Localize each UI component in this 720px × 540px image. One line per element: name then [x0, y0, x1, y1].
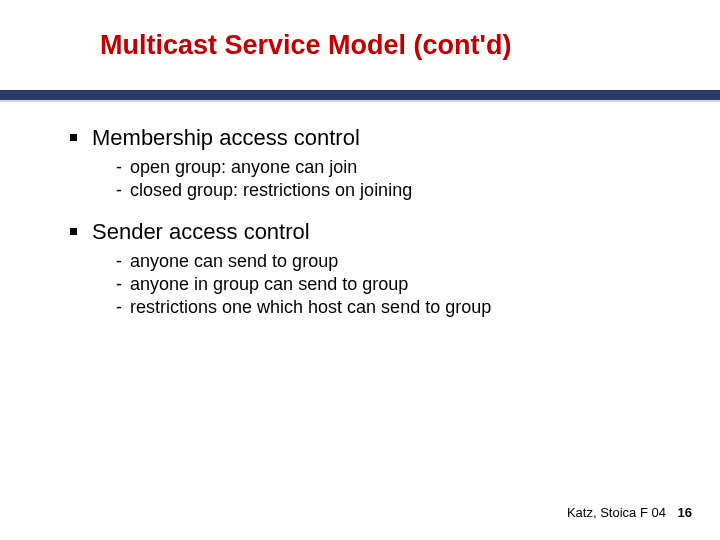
slide: Multicast Service Model (cont'd) Members…	[0, 0, 720, 540]
bullet-level1: Membership access control	[70, 125, 670, 151]
square-bullet-icon	[70, 134, 77, 141]
bullet-level1: Sender access control	[70, 219, 670, 245]
bullet-level2: anyone in group can send to group	[116, 274, 670, 295]
slide-title: Multicast Service Model (cont'd)	[100, 30, 680, 61]
bullet-level2: restrictions one which host can send to …	[116, 297, 670, 318]
bullet-text: Sender access control	[92, 219, 310, 244]
section-sender: Sender access control anyone can send to…	[70, 219, 670, 318]
bullet-level2: anyone can send to group	[116, 251, 670, 272]
slide-body: Membership access control open group: an…	[70, 125, 670, 336]
footer-attribution: Katz, Stoica F 04	[567, 505, 666, 520]
section-membership: Membership access control open group: an…	[70, 125, 670, 201]
bullet-level2: open group: anyone can join	[116, 157, 670, 178]
square-bullet-icon	[70, 228, 77, 235]
page-number: 16	[678, 505, 692, 520]
title-divider	[0, 90, 720, 100]
bullet-level2: closed group: restrictions on joining	[116, 180, 670, 201]
slide-footer: Katz, Stoica F 04 16	[567, 505, 692, 520]
bullet-text: Membership access control	[92, 125, 360, 150]
